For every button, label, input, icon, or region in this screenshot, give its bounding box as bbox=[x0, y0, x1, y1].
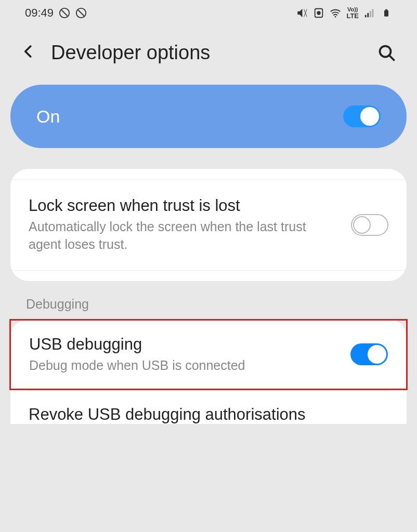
svg-rect-7 bbox=[370, 11, 371, 17]
master-toggle-switch[interactable] bbox=[343, 105, 381, 127]
lock-screen-trust-desc: Automatically lock the screen when the l… bbox=[29, 218, 341, 254]
status-right: Vo)) LTE bbox=[296, 7, 392, 19]
trust-card: Lock screen when trust is lost Automatic… bbox=[10, 169, 407, 281]
header: Developer options bbox=[0, 26, 417, 85]
debugging-section-label: Debugging bbox=[0, 297, 417, 319]
lock-screen-trust-title: Lock screen when trust is lost bbox=[29, 196, 341, 215]
search-button[interactable] bbox=[377, 44, 396, 62]
svg-point-4 bbox=[335, 16, 336, 18]
notification-icon-1 bbox=[59, 7, 70, 19]
battery-icon bbox=[381, 7, 392, 19]
svg-rect-10 bbox=[385, 9, 387, 10]
data-saver-icon bbox=[313, 7, 324, 19]
status-time: 09:49 bbox=[25, 6, 54, 20]
lock-screen-trust-toggle[interactable] bbox=[351, 214, 388, 236]
status-left: 09:49 bbox=[25, 6, 87, 20]
notification-icon-2 bbox=[75, 7, 87, 19]
master-toggle-card[interactable]: On bbox=[10, 85, 407, 148]
master-toggle-label: On bbox=[36, 107, 60, 127]
svg-line-12 bbox=[389, 55, 394, 60]
svg-rect-6 bbox=[367, 13, 369, 17]
svg-rect-8 bbox=[372, 9, 374, 18]
wifi-icon bbox=[330, 7, 341, 19]
revoke-usb-row[interactable]: Revoke USB debugging authorisations bbox=[10, 391, 407, 424]
volte-icon: Vo)) LTE bbox=[346, 7, 359, 19]
svg-rect-9 bbox=[384, 10, 388, 17]
back-button[interactable] bbox=[21, 42, 36, 64]
usb-debugging-toggle[interactable] bbox=[350, 343, 388, 365]
signal-icon bbox=[364, 7, 375, 19]
usb-debugging-row[interactable]: USB debugging Debug mode when USB is con… bbox=[9, 319, 408, 391]
debugging-card: USB debugging Debug mode when USB is con… bbox=[10, 319, 407, 424]
revoke-usb-title: Revoke USB debugging authorisations bbox=[29, 405, 388, 424]
usb-debugging-title: USB debugging bbox=[29, 335, 340, 354]
usb-debugging-desc: Debug mode when USB is connected bbox=[29, 357, 340, 375]
page-title: Developer options bbox=[51, 42, 377, 64]
svg-point-3 bbox=[317, 11, 321, 15]
lock-screen-trust-row[interactable]: Lock screen when trust is lost Automatic… bbox=[29, 196, 388, 254]
status-bar: 09:49 Vo)) LTE bbox=[0, 0, 417, 26]
lte-label: LTE bbox=[346, 12, 359, 20]
svg-rect-5 bbox=[365, 15, 367, 18]
mute-vibrate-icon bbox=[296, 7, 308, 19]
